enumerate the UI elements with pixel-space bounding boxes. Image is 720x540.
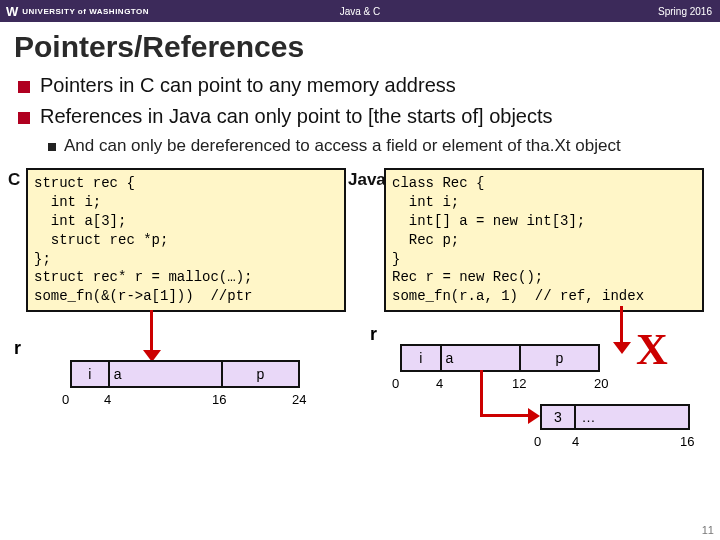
tick: 4 [436,376,443,391]
java-label: Java [348,170,386,190]
page-number: 11 [702,524,714,536]
java-column: Java class Rec { int i; int[] a = new in… [356,168,704,312]
bullet-2: References in Java can only point to [th… [18,105,702,128]
mem-c-i: i [72,362,110,386]
tick: 20 [594,376,608,391]
page-title: Pointers/References [0,22,720,74]
mem-c: i a p [70,360,300,388]
tick: 0 [534,434,541,449]
logo-w: W [6,4,18,19]
code-columns: C struct rec { int i; int a[3]; struct r… [0,168,720,312]
bullet-square-icon [18,112,30,124]
r-label-right: r [370,324,377,345]
arr-len: 3 [542,406,576,428]
bullet-2-sub-text: And can only be dereferenced to access a… [64,136,621,156]
tick: 16 [212,392,226,407]
diagrams: r i a p 0 4 16 24 r i a p 0 4 12 20 X 3 … [0,312,720,482]
tick: 24 [292,392,306,407]
c-code: struct rec { int i; int a[3]; struct rec… [26,168,346,312]
tick: 4 [572,434,579,449]
bullet-1-text: Pointers in C can point to any memory ad… [40,74,456,97]
header-center: Java & C [340,6,381,17]
mem-java-array: 3 … [540,404,690,430]
bullets: Pointers in C can point to any memory ad… [0,74,720,156]
bullet-1: Pointers in C can point to any memory ad… [18,74,702,97]
tick: 0 [392,376,399,391]
mem-java: i a p [400,344,600,372]
r-label-left: r [14,338,21,359]
header-bar: W UNIVERSITY of WASHINGTON Java & C Spri… [0,0,720,22]
arr-dots: … [576,406,688,428]
mem-c-a: a [110,362,223,386]
bullet-square-icon [18,81,30,93]
bullet-2-sub: And can only be dereferenced to access a… [48,136,702,156]
mem-c-p: p [223,362,298,386]
tick: 4 [104,392,111,407]
mem-java-p: p [521,346,598,370]
tick: 16 [680,434,694,449]
logo: W UNIVERSITY of WASHINGTON [0,4,149,19]
java-code: class Rec { int i; int[] a = new int[3];… [384,168,704,312]
header-right: Spring 2016 [658,6,712,17]
tick: 12 [512,376,526,391]
big-x: X [636,324,668,375]
mem-java-i: i [402,346,442,370]
bullet-subsquare-icon [48,143,56,151]
tick: 0 [62,392,69,407]
c-label: C [8,170,20,190]
mem-java-a: a [442,346,521,370]
c-column: C struct rec { int i; int a[3]; struct r… [10,168,346,312]
bullet-2-text: References in Java can only point to [th… [40,105,553,128]
logo-text: UNIVERSITY of WASHINGTON [22,7,149,16]
